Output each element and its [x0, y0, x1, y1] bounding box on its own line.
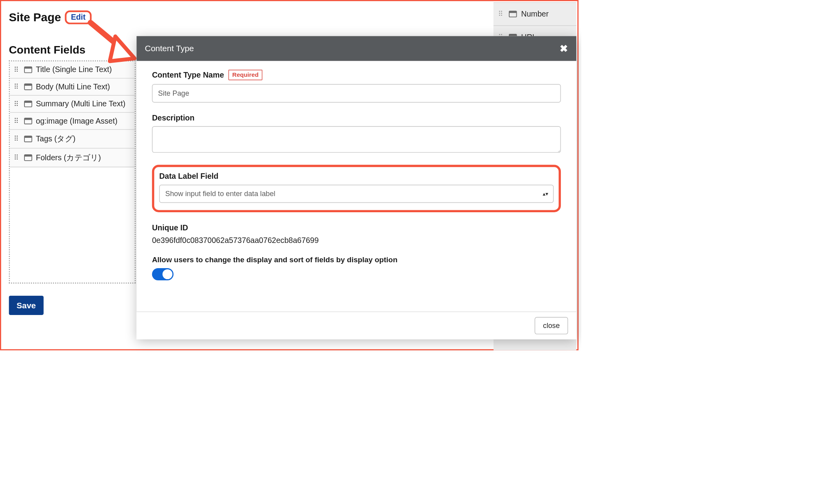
field-row[interactable]: ⠿ og:image (Image Asset) [10, 113, 134, 130]
save-button[interactable]: Save [9, 296, 43, 315]
toggle-knob [162, 269, 172, 279]
palette-item-label: Number [521, 10, 549, 19]
content-type-name-label: Content Type Name [152, 70, 224, 79]
field-type-icon [508, 10, 517, 19]
drag-handle-icon[interactable]: ⠿ [13, 68, 20, 71]
field-row[interactable]: ⠿ Body (Multi Line Text) [10, 79, 134, 96]
content-type-modal: Content Type ✖ Content Type Name Require… [137, 36, 577, 339]
field-type-icon [24, 65, 32, 74]
svg-rect-9 [24, 136, 32, 138]
required-badge: Required [229, 70, 262, 80]
field-row[interactable]: ⠿ Title (Single Line Text) [10, 61, 134, 78]
drag-handle-icon[interactable]: ⠿ [497, 13, 505, 16]
field-type-icon [24, 135, 32, 143]
description-label: Description [152, 113, 195, 122]
svg-rect-7 [24, 118, 32, 120]
field-label: Title (Single Line Text) [36, 65, 112, 74]
drag-handle-icon[interactable]: ⠿ [13, 102, 20, 106]
allow-sort-toggle[interactable] [152, 268, 174, 280]
data-label-field-group-highlighted: Data Label Field Show input field to ent… [152, 165, 561, 212]
close-icon[interactable]: ✖ [560, 43, 568, 54]
field-label: og:image (Image Asset) [36, 117, 117, 125]
svg-rect-5 [24, 101, 32, 103]
palette-item-number[interactable]: ⠿ Number [493, 3, 576, 26]
content-fields-dropzone[interactable]: ⠿ Title (Single Line Text) ⠿ Body (Multi… [9, 60, 136, 284]
field-type-icon [24, 82, 32, 91]
modal-title: Content Type [145, 44, 194, 53]
svg-rect-3 [24, 84, 32, 86]
page-title: Site Page [9, 11, 61, 24]
field-type-icon [24, 100, 32, 108]
field-label: Tags (タグ) [36, 134, 76, 145]
drag-handle-icon[interactable]: ⠿ [13, 119, 20, 122]
field-type-icon [24, 153, 32, 162]
unique-id-label: Unique ID [152, 223, 188, 232]
drag-handle-icon[interactable]: ⠿ [13, 137, 20, 141]
allow-sort-label: Allow users to change the display and so… [152, 256, 561, 265]
drag-handle-icon[interactable]: ⠿ [13, 156, 20, 159]
field-row[interactable]: ⠿ Folders (カテゴリ) [10, 148, 134, 167]
field-row[interactable]: ⠿ Summary (Multi Line Text) [10, 96, 134, 113]
field-type-icon [24, 117, 32, 125]
content-type-name-input[interactable] [152, 84, 561, 103]
data-label-field-select[interactable]: Show input field to enter data label [159, 185, 554, 203]
field-label: Body (Multi Line Text) [36, 82, 110, 91]
description-textarea[interactable] [152, 126, 561, 153]
svg-rect-11 [24, 155, 32, 157]
edit-button[interactable]: Edit [65, 11, 92, 24]
drag-handle-icon[interactable]: ⠿ [13, 85, 20, 88]
close-button[interactable]: close [535, 317, 568, 334]
svg-rect-13 [509, 11, 517, 13]
field-row[interactable]: ⠿ Tags (タグ) [10, 130, 134, 149]
unique-id-value: 0e396fdf0c08370062a57376aa0762ecb8a67699 [152, 236, 561, 245]
field-label: Folders (カテゴリ) [36, 152, 101, 163]
modal-header: Content Type ✖ [137, 36, 577, 61]
data-label-field-label: Data Label Field [159, 172, 218, 181]
field-label: Summary (Multi Line Text) [36, 100, 125, 108]
svg-rect-1 [24, 67, 32, 69]
